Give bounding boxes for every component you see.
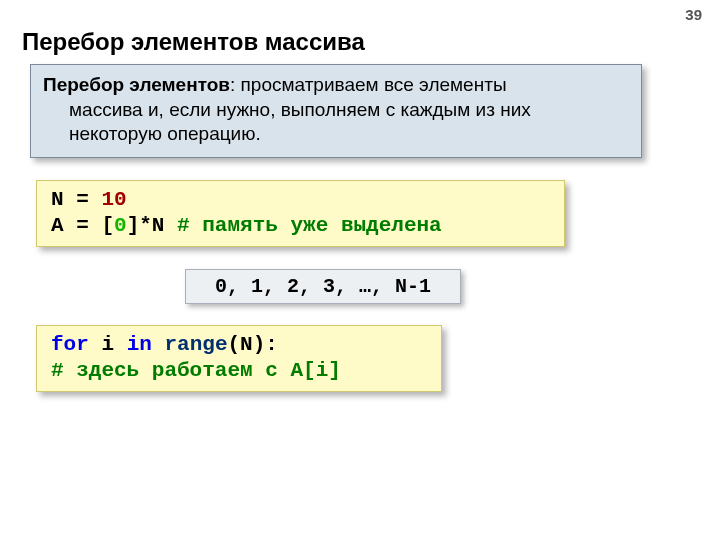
- slide-title: Перебор элементов массива: [22, 28, 365, 56]
- desc-lead: Перебор элементов: [43, 74, 230, 95]
- description-box: Перебор элементов: просматриваем все эле…: [30, 64, 642, 158]
- desc-line2: массива и, если нужно, выполняем с кажды…: [43, 98, 629, 123]
- desc-line3: некоторую операцию.: [43, 122, 629, 147]
- code-block-1: N = 10 A = [0]*N # память уже выделена: [36, 180, 565, 247]
- desc-rest1: : просматриваем все элементы: [230, 74, 507, 95]
- description-text: Перебор элементов: просматриваем все эле…: [43, 73, 629, 147]
- code2-line2: # здесь работаем с A[i]: [51, 358, 429, 384]
- code-block-2: for i in range(N): # здесь работаем с A[…: [36, 325, 442, 392]
- code1-line1: N = 10: [51, 187, 552, 213]
- code2-line1: for i in range(N):: [51, 332, 429, 358]
- sequence-box: 0, 1, 2, 3, …, N-1: [185, 269, 461, 304]
- page-number: 39: [685, 6, 702, 23]
- code1-line2: A = [0]*N # память уже выделена: [51, 213, 552, 239]
